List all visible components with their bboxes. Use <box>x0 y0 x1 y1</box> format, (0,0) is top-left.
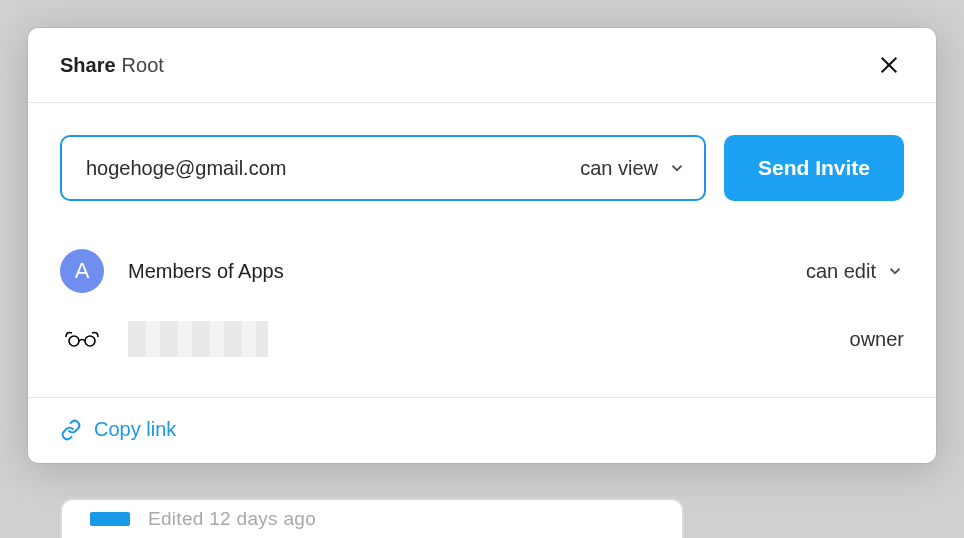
permission-label: can view <box>580 157 658 180</box>
modal-footer: Copy link <box>28 398 936 463</box>
role-dropdown[interactable]: can edit <box>806 260 904 283</box>
avatar: A <box>60 249 104 293</box>
share-modal: Share Root can view Send Invite A <box>28 28 936 463</box>
link-icon <box>60 419 82 441</box>
title-name: Root <box>122 54 164 77</box>
email-input[interactable] <box>86 157 568 180</box>
title-prefix: Share <box>60 54 116 77</box>
modal-title: Share Root <box>60 54 164 77</box>
member-row-owner: owner <box>60 305 904 373</box>
chevron-down-icon <box>886 262 904 280</box>
modal-body: can view Send Invite A Members of Apps c… <box>28 103 936 398</box>
svg-point-2 <box>69 336 79 346</box>
avatar-icon <box>60 317 104 361</box>
member-name: Members of Apps <box>128 260 806 283</box>
avatar <box>60 317 104 361</box>
chevron-down-icon <box>668 159 686 177</box>
copy-link-button[interactable]: Copy link <box>60 418 176 441</box>
permission-dropdown[interactable]: can view <box>568 157 686 180</box>
modal-header: Share Root <box>28 28 936 103</box>
background-swatch <box>90 512 130 526</box>
role-label: owner <box>850 328 904 351</box>
close-icon <box>878 54 900 76</box>
send-invite-button[interactable]: Send Invite <box>724 135 904 201</box>
member-row-group: A Members of Apps can edit <box>60 237 904 305</box>
svg-point-3 <box>85 336 95 346</box>
copy-link-label: Copy link <box>94 418 176 441</box>
redacted-block <box>128 321 268 357</box>
invite-row: can view Send Invite <box>60 135 904 201</box>
email-input-container[interactable]: can view <box>60 135 706 201</box>
member-name-redacted <box>128 321 850 357</box>
close-button[interactable] <box>874 50 904 80</box>
background-card: Edited 12 days ago <box>60 498 684 538</box>
background-edited-text: Edited 12 days ago <box>148 508 316 530</box>
role-label: can edit <box>806 260 876 283</box>
